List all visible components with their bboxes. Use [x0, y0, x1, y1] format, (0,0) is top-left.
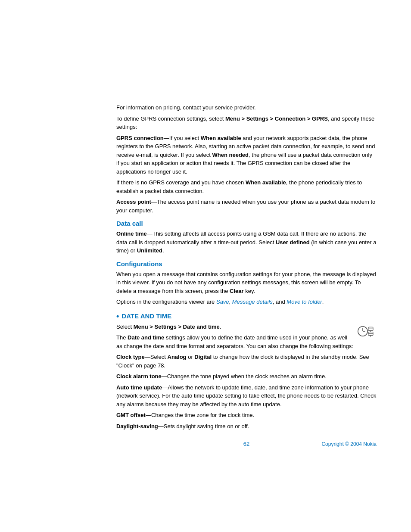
select-menu-para: Select Menu > Settings > Date and time. — [116, 323, 377, 331]
clock-alarm-text: —Changes the tone played when the clock … — [162, 373, 327, 380]
body1-text: The — [116, 334, 128, 341]
select-menu-bold: Menu > Settings > Date and time — [134, 324, 220, 330]
footer: 62 Copyright © 2004 Nokia — [116, 439, 377, 447]
gmt-para: GMT offset—Changes the time zone for the… — [116, 411, 377, 420]
date-time-section: Select Menu > Settings > Date and time. … — [116, 323, 377, 353]
content-area: For information on pricing, contact your… — [116, 0, 377, 473]
gprs-define-text: To define GPRS connection settings, sele… — [116, 115, 225, 122]
auto-time-bold: Auto time update — [116, 384, 162, 391]
page: For information on pricing, contact your… — [0, 0, 411, 532]
gmt-text: —Changes the time zone for the clock tim… — [146, 412, 254, 418]
message-details-link[interactable]: Message details — [232, 299, 273, 305]
clock-type-text: —Select — [145, 354, 168, 360]
daylight-para: Daylight-saving—Sets daylight saving tim… — [116, 422, 377, 431]
access-point-bold: Access point — [116, 199, 151, 205]
date-time-icon — [356, 324, 377, 339]
gprs-define-para: To define GPRS connection settings, sele… — [116, 115, 377, 131]
date-time-body1-para: The Date and time settings allow you to … — [116, 333, 377, 350]
gprs-no-coverage-text: If there is no GPRS coverage and you hav… — [116, 179, 246, 186]
save-link[interactable]: Save — [216, 299, 229, 305]
footer-page-number: 62 — [194, 441, 299, 447]
clock-type-bold: Clock type — [116, 354, 145, 360]
select-period: . — [220, 324, 221, 330]
when-available-bold: When available — [201, 135, 241, 141]
or-text: or — [187, 354, 195, 360]
move-to-folder-link[interactable]: Move to folder — [286, 299, 322, 305]
select-menu-text: Select — [116, 324, 134, 330]
clock-alarm-bold: Clock alarm tone — [116, 373, 162, 380]
pricing-text: For information on pricing, contact your… — [116, 103, 377, 112]
analog-bold: Analog — [168, 354, 187, 360]
comma1: , — [229, 299, 232, 305]
configurations-body-text2: key. — [244, 288, 255, 294]
daylight-text: —Sets daylight saving time on or off. — [158, 423, 249, 429]
date-time-bold: Date and time — [128, 334, 164, 341]
bullet-dot: • — [116, 312, 119, 320]
auto-time-para: Auto time update—Allows the network to u… — [116, 383, 377, 409]
daylight-bold: Daylight-saving — [116, 423, 158, 429]
configurations-heading: Configurations — [116, 260, 377, 268]
access-point-text: —The access point name is needed when yo… — [116, 199, 375, 214]
gprs-connection-para: GPRS connection—If you select When avail… — [116, 134, 377, 176]
date-and-time-heading: DATE AND TIME — [121, 312, 171, 320]
gprs-connection-bold: GPRS connection — [116, 135, 164, 141]
unlimited-bold: Unlimited — [137, 247, 162, 254]
gmt-bold: GMT offset — [116, 412, 146, 418]
clear-bold: Clear — [230, 288, 244, 294]
clock-alarm-para: Clock alarm tone—Changes the tone played… — [116, 372, 377, 381]
online-time-para: Online time—This setting affects all acc… — [116, 230, 377, 255]
footer-copyright: Copyright © 2004 Nokia — [299, 441, 377, 447]
date-time-icon-area — [356, 324, 377, 340]
options-text: Options in the configurations viewer are — [116, 299, 216, 305]
configurations-body-para: When you open a message that contains co… — [116, 270, 377, 296]
clock-type-para: Clock type—Select Analog or Digital to c… — [116, 353, 377, 370]
online-time-bold: Online time — [116, 230, 147, 237]
gprs-no-coverage-para: If there is no GPRS coverage and you hav… — [116, 178, 377, 195]
and-text: , and — [273, 299, 287, 305]
gprs-connection-text: —If you select — [164, 135, 201, 141]
online-time-end: . — [162, 247, 164, 254]
digital-bold: Digital — [194, 354, 212, 360]
date-and-time-heading-container: • DATE AND TIME — [116, 312, 377, 320]
when-needed-bold: When needed — [212, 152, 249, 158]
user-defined-bold: User defined — [276, 239, 310, 246]
access-point-para: Access point—The access point name is ne… — [116, 198, 377, 215]
when-available-bold2: When available — [246, 179, 286, 186]
data-call-heading: Data call — [116, 220, 377, 227]
configurations-options-para: Options in the configurations viewer are… — [116, 298, 377, 306]
gprs-menu-bold: Menu > Settings > Connection > GPRS — [225, 115, 328, 122]
period: . — [322, 299, 324, 305]
